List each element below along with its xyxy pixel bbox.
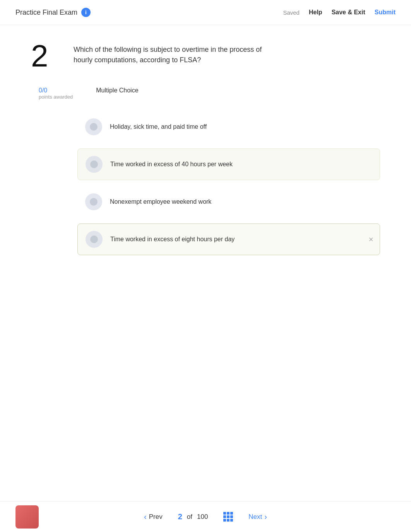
header-left: Practice Final Exam i [15, 8, 283, 17]
choice-d-text: Time worked in excess of eight hours per… [110, 235, 235, 244]
grid-view-icon[interactable] [223, 512, 233, 522]
choice-c[interactable]: Nonexempt employee weekend work [77, 186, 380, 217]
choice-a-bubble [85, 118, 102, 135]
prev-label: Prev [149, 513, 163, 521]
save-exit-button[interactable]: Save & Exit [332, 9, 365, 16]
of-label: of [187, 513, 192, 521]
question-type: Multiple Choice [96, 87, 138, 94]
choice-b-text: Time worked in excess of 40 hours per we… [110, 160, 233, 169]
page-indicator: 2 of 100 [178, 512, 208, 521]
next-button[interactable]: Next › [248, 512, 267, 521]
question-header: 2 Which of the following is subject to o… [31, 41, 380, 72]
choice-c-bubble-inner [90, 198, 98, 206]
header: Practice Final Exam i Saved Help Save & … [0, 0, 411, 25]
choices-container: Holiday, sick time, and paid time off Ti… [31, 111, 380, 255]
choice-a-text: Holiday, sick time, and paid time off [110, 122, 207, 131]
submit-button[interactable]: Submit [375, 9, 396, 16]
total-pages: 100 [197, 513, 208, 521]
prev-button[interactable]: ‹ Prev [144, 512, 163, 521]
help-button[interactable]: Help [309, 9, 322, 16]
choice-d[interactable]: Time worked in excess of eight hours per… [77, 223, 380, 255]
points-label: points awarded [39, 94, 73, 100]
choice-b-bubble [86, 156, 103, 173]
main-content: 2 Which of the following is subject to o… [0, 25, 411, 271]
remove-choice-d-icon[interactable]: ✕ [368, 236, 373, 243]
choice-c-text: Nonexempt employee weekend work [110, 197, 211, 206]
choice-d-bubble [86, 231, 103, 248]
question-text: Which of the following is subject to ove… [74, 41, 267, 65]
next-chevron-icon: › [264, 512, 267, 521]
choice-a-bubble-inner [90, 123, 98, 131]
exam-title: Practice Final Exam [15, 9, 77, 17]
saved-status: Saved [283, 9, 300, 16]
points-score: 0/0 [39, 87, 73, 94]
footer-thumbnail [15, 505, 39, 529]
choice-b[interactable]: Time worked in excess of 40 hours per we… [77, 148, 380, 180]
next-label: Next [248, 513, 262, 521]
choice-b-bubble-inner [90, 160, 98, 168]
current-page: 2 [178, 512, 182, 521]
info-icon[interactable]: i [81, 8, 91, 17]
header-right: Saved Help Save & Exit Submit [283, 9, 396, 16]
prev-chevron-icon: ‹ [144, 512, 147, 521]
choice-d-bubble-inner [90, 235, 98, 243]
footer: ‹ Prev 2 of 100 Next › [0, 501, 411, 532]
points-section: 0/0 points awarded Multiple Choice [31, 87, 380, 100]
question-number: 2 [31, 41, 62, 72]
choice-a[interactable]: Holiday, sick time, and paid time off [77, 111, 380, 142]
choice-c-bubble [85, 193, 102, 210]
points-info: 0/0 points awarded [39, 87, 73, 100]
